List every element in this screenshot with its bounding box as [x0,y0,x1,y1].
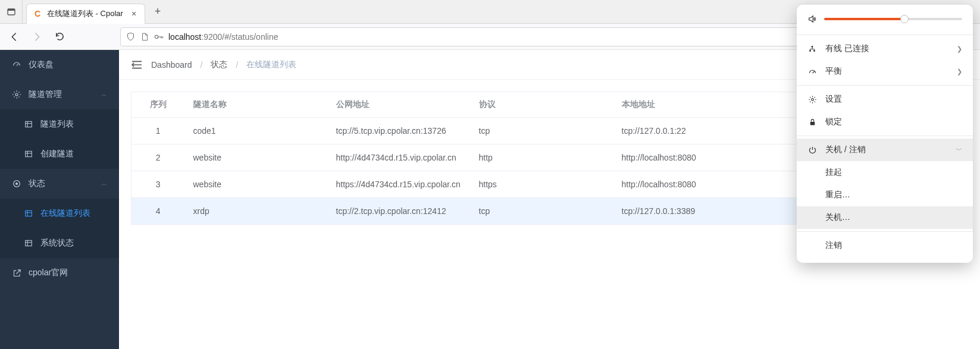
page-icon [140,32,149,42]
collapse-sidebar-icon[interactable] [131,60,143,70]
table-icon [24,120,33,128]
cell-public: tcp://5.tcp.vip.cpolar.cn:13726 [328,118,471,144]
volume-slider[interactable] [824,18,962,20]
sidebar-item-dashboard[interactable]: 仪表盘 [0,50,119,80]
svg-point-10 [809,50,811,52]
browser-tab-active[interactable]: C 在线隧道列表 - Cpolar × [26,4,145,24]
gauge-icon [12,60,21,70]
cell-seq: 2 [131,144,185,171]
chevron-up-icon: ︿ [101,90,107,99]
network-icon [807,45,817,53]
crumb-status[interactable]: 状态 [211,59,227,70]
sidebar-item-label: 仪表盘 [29,59,107,70]
menu-item-power[interactable]: 关机 / 注销 ﹀ [797,139,973,161]
meter-icon [807,67,817,76]
menu-item-logout[interactable]: 注销 [797,234,973,257]
svg-rect-9 [26,240,32,246]
sidebar-item-official-site[interactable]: cpolar官网 [0,258,119,288]
cell-proto: tcp [471,118,613,144]
reload-button[interactable] [50,27,69,46]
volume-fill [824,18,904,20]
menu-item-settings[interactable]: 设置 [797,88,973,111]
menu-separator [797,34,973,35]
menu-label: 锁定 [825,117,962,127]
menu-separator [797,231,973,232]
crumb-current: 在线隧道列表 [246,59,296,70]
menu-label: 注销 [825,240,962,251]
sidebar-item-tunnel-list[interactable]: 隧道列表 [0,109,119,139]
svg-point-7 [15,183,18,185]
menu-label: 有线 已连接 [825,43,948,54]
external-link-icon [12,269,21,278]
menu-label: 关机… [825,212,962,223]
tab-close-icon[interactable]: × [129,9,139,18]
sidebar-group-status[interactable]: 状态 ︿ [0,169,119,199]
forward-button[interactable] [27,27,46,46]
cell-seq: 3 [131,171,185,198]
volume-control[interactable] [797,10,973,32]
volume-thumb[interactable] [900,15,909,23]
cell-name: website [185,171,328,198]
menu-label: 重启… [825,190,962,200]
sidebar-item-label: 隧道管理 [29,89,62,100]
cell-seq: 1 [131,118,185,144]
key-icon [154,32,164,42]
sidebar-item-label: 在线隧道列表 [40,208,90,219]
menu-item-suspend[interactable]: 挂起 [797,161,973,184]
target-icon [12,179,21,188]
menu-item-balance[interactable]: 平衡 ❯ [797,60,973,83]
menu-label: 挂起 [825,167,962,178]
sidebar-item-label: cpolar官网 [29,268,68,278]
sidebar-group-tunnel-mgmt[interactable]: 隧道管理 ︿ [0,80,119,109]
gear-icon [12,90,21,99]
cell-proto: https [471,171,613,198]
crumb-sep: / [236,60,238,70]
back-button[interactable] [5,27,24,46]
cell-proto: http [471,144,613,171]
cell-name: code1 [185,118,328,144]
table-icon [24,150,33,158]
svg-rect-4 [26,121,32,127]
chevron-down-icon: ﹀ [956,146,962,155]
svg-point-13 [811,98,813,100]
cell-name: website [185,144,328,171]
tab-title: 在线隧道列表 - Cpolar [47,8,124,19]
svg-rect-1 [8,9,15,11]
menu-item-shutdown[interactable]: 关机… [797,206,973,229]
svg-point-11 [813,50,815,52]
th-proto: 协议 [471,92,613,118]
sidebar-item-system-status[interactable]: 系统状态 [0,228,119,258]
system-menu: 有线 已连接 ❯ 平衡 ❯ 设置 锁定 关机 / 注销 ﹀ 挂起 重启… 关机…… [797,5,973,263]
svg-rect-14 [810,121,815,124]
chevron-right-icon: ❯ [957,45,962,53]
cell-public: tcp://2.tcp.vip.cpolar.cn:12412 [328,198,471,225]
sidebar-item-label: 状态 [29,178,45,189]
lock-icon [807,118,817,127]
menu-item-wired[interactable]: 有线 已连接 ❯ [797,37,973,60]
svg-point-3 [15,93,18,96]
sidebar-item-online-list[interactable]: 在线隧道列表 [0,199,119,228]
cell-seq: 4 [131,198,185,225]
table-icon [24,239,33,247]
cell-public: http://4d4734cd.r15.vip.cpolar.cn [328,144,471,171]
sidebar-item-create-tunnel[interactable]: 创建隧道 [0,139,119,169]
window-menu-button[interactable] [0,0,23,24]
gear-icon [807,95,817,104]
new-tab-button[interactable]: + [148,2,168,22]
table-icon [24,209,33,218]
menu-label: 平衡 [825,66,948,77]
cell-name: xrdp [185,198,328,225]
url-text: localhost:9200/#/status/online [168,32,278,42]
menu-item-restart[interactable]: 重启… [797,184,973,206]
sidebar-item-label: 创建隧道 [40,149,74,159]
svg-rect-5 [26,151,32,156]
sidebar-item-label: 系统状态 [40,238,74,249]
sidebar: 仪表盘 隧道管理 ︿ 隧道列表 创建隧道 状态 ︿ 在线隧道列表 [0,50,119,349]
chevron-up-icon: ︿ [101,180,107,188]
svg-point-2 [155,35,158,38]
menu-item-lock[interactable]: 锁定 [797,111,973,133]
crumb-dashboard[interactable]: Dashboard [151,60,192,70]
menu-separator [797,85,973,86]
menu-label: 设置 [825,94,962,105]
th-seq: 序列 [131,92,185,118]
